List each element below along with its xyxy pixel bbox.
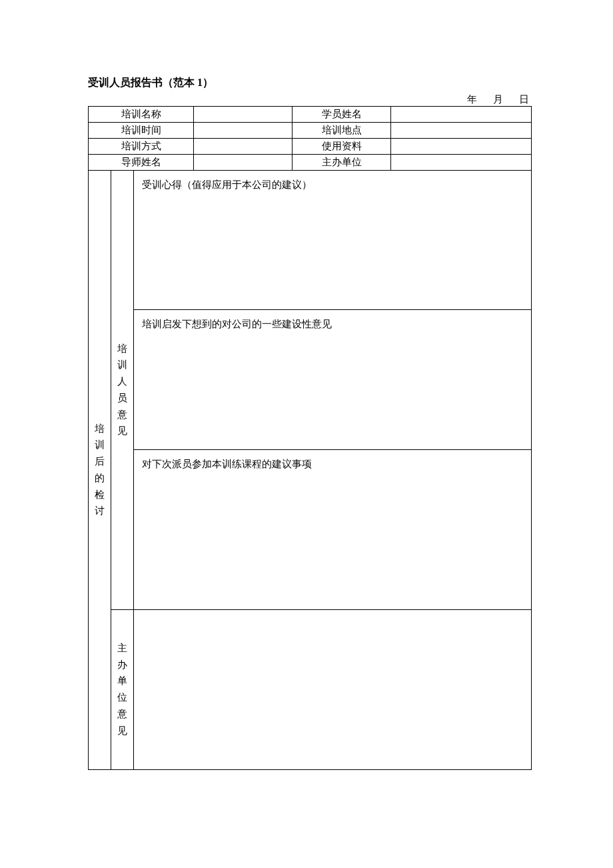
table-row: 对下次派员参加本训练课程的建议事项 [89,449,532,609]
info-table: 培训名称 学员姓名 培训时间 培训地点 培训方式 使用资料 导师姓名 主办单位 [88,106,532,171]
date-line: 年月日 [88,95,532,105]
vertical-label: 培训人员意见 [114,341,131,440]
table-row: 培训启发下想到的对公司的一些建设性意见 [89,309,532,449]
value-materials [391,139,532,155]
page-title: 受训人员报告书（范本 1） [88,77,532,88]
table-row: 主办单位意见 [89,609,532,769]
label-mentor-name: 导师姓名 [89,155,194,171]
section-constructive-opinions: 培训启发下想到的对公司的一些建设性意见 [134,309,532,449]
vertical-label: 培训后的检讨 [91,421,108,520]
value-training-name [194,107,293,123]
label-training-time: 培训时间 [89,123,194,139]
value-mentor-name [194,155,293,171]
label-training-mode: 培训方式 [89,139,194,155]
value-training-time [194,123,293,139]
label-training-name: 培训名称 [89,107,194,123]
value-student-name [391,107,532,123]
col-trainee-opinion: 培训人员意见 [111,171,134,609]
value-training-place [391,123,532,139]
section-training-insights: 受训心得（值得应用于本公司的建议） [134,171,532,309]
table-row: 培训名称 学员姓名 [89,107,532,123]
label-training-place: 培训地点 [293,123,391,139]
label-student-name: 学员姓名 [293,107,391,123]
value-training-mode [194,139,293,155]
section-organizer-opinion-content [134,609,532,769]
table-row: 培训时间 培训地点 [89,123,532,139]
table-row: 培训方式 使用资料 [89,139,532,155]
label-materials: 使用资料 [293,139,391,155]
vertical-label: 主办单位意见 [114,640,131,739]
table-row: 导师姓名 主办单位 [89,155,532,171]
review-table: 培训后的检讨 培训人员意见 受训心得（值得应用于本公司的建议） 培训启发下想到的… [88,171,532,770]
col-review-after-training: 培训后的检讨 [89,171,111,769]
table-row: 培训后的检讨 培训人员意见 受训心得（值得应用于本公司的建议） [89,171,532,309]
value-organizer [391,155,532,171]
col-organizer-opinion: 主办单位意见 [111,609,134,769]
label-organizer: 主办单位 [293,155,391,171]
section-next-course-suggestions: 对下次派员参加本训练课程的建议事项 [134,449,532,609]
